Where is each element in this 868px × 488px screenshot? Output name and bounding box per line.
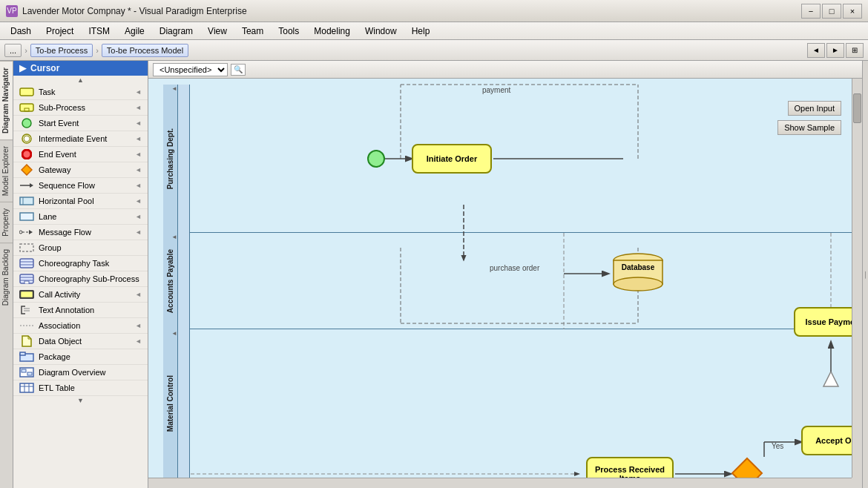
svg-point-13 <box>19 231 22 234</box>
menu-itsm[interactable]: ITSM <box>81 24 117 38</box>
process-received-items-label: Process Received Items <box>591 465 669 478</box>
left-sidebar: Diagram Navigator Model Explorer Propert… <box>0 61 148 488</box>
nav-forward-button[interactable]: ► <box>826 43 844 58</box>
sidebar-scroll-up[interactable]: ▲ <box>13 76 148 85</box>
initiate-order-task[interactable]: Initiate Order <box>412 144 492 174</box>
scroll-thumb-vertical[interactable] <box>853 93 861 123</box>
palette-package[interactable]: Package <box>13 349 148 365</box>
palette-choreography-task[interactable]: Choreography Task <box>13 256 148 271</box>
lane-material-label: Material Control <box>166 375 174 432</box>
palette-data-object[interactable]: Data Object ◄ <box>13 334 148 349</box>
palette-start-label: Start Event <box>39 119 79 128</box>
palette-text-annotation[interactable]: Text Annotation <box>13 303 148 318</box>
palette-sequence-label: Sequence Flow <box>39 181 95 190</box>
search-button[interactable]: 🔍 <box>231 64 246 76</box>
data-object-icon <box>19 336 34 346</box>
group-icon <box>19 243 34 253</box>
palette-gateway-label: Gateway <box>39 165 70 174</box>
palette-call-activity[interactable]: Call Activity ◄ <box>13 287 148 303</box>
accept-order-label: Accept Order <box>815 436 852 445</box>
menu-window[interactable]: Window <box>358 24 404 38</box>
palette-text-annotation-label: Text Annotation <box>39 306 94 314</box>
palette-overview-label: Diagram Overview <box>39 368 105 377</box>
show-sample-button[interactable]: Show Sample <box>777 120 841 135</box>
vtab-property[interactable]: Property <box>0 202 13 243</box>
purchasing-collapse[interactable]: ◄ <box>171 85 178 92</box>
scrollbar-vertical[interactable] <box>852 79 862 478</box>
breadcrumb-tobe-process[interactable]: To-be Process <box>30 44 93 57</box>
palette-data-obj-label: Data Object <box>39 337 82 346</box>
breadcrumb-bar: ... › To-be Process › To-be Process Mode… <box>0 40 868 61</box>
palette-association[interactable]: Association ◄ <box>13 318 148 334</box>
diagram-area: <Unspecified> 🔍 <box>148 61 862 488</box>
vertical-tabs: Diagram Navigator Model Explorer Propert… <box>0 61 13 488</box>
process-received-items-task[interactable]: Process Received Items <box>586 457 674 478</box>
menu-diagram[interactable]: Diagram <box>152 24 200 38</box>
menu-project[interactable]: Project <box>39 24 81 38</box>
menu-bar: Dash Project ITSM Agile Diagram View Tea… <box>0 22 868 40</box>
menu-modeling[interactable]: Modeling <box>306 24 358 38</box>
palette-sequence-flow[interactable]: Sequence Flow ◄ <box>13 178 148 194</box>
menu-agile[interactable]: Agile <box>117 24 152 38</box>
svg-rect-16 <box>20 244 33 251</box>
palette-start-event[interactable]: Start Event ◄ <box>13 116 148 131</box>
palette-lane[interactable]: Lane ◄ <box>13 209 148 225</box>
breadcrumb-tobe-process-model[interactable]: To-be Process Model <box>102 44 188 57</box>
vtab-diagram-navigator[interactable]: Diagram Navigator <box>0 61 13 139</box>
accounts-collapse[interactable]: ◄ <box>171 233 178 240</box>
vtab-diagram-backlog[interactable]: Diagram Backlog <box>0 243 13 311</box>
sidebar-scroll-down[interactable]: ▼ <box>13 396 148 405</box>
material-collapse[interactable]: ◄ <box>171 329 178 337</box>
association-icon <box>19 320 34 331</box>
palette-etl-table-label: ETL Table <box>39 383 75 392</box>
palette-horizontal-pool[interactable]: Horizontal Pool ◄ <box>13 194 148 209</box>
title-bar-text: Lavender Motor Compnay * - Visual Paradi… <box>22 6 801 16</box>
cursor-item[interactable]: ▶ Cursor <box>13 61 148 76</box>
palette-choreography-subprocess[interactable]: Choreography Sub-Process <box>13 271 148 287</box>
menu-tools[interactable]: Tools <box>271 24 306 38</box>
issue-payment-task[interactable]: Issue Payment <box>794 307 852 337</box>
palette-group[interactable]: Group <box>13 240 148 256</box>
nav-back-button[interactable]: ◄ <box>807 43 825 58</box>
etl-table-icon <box>19 383 34 393</box>
breadcrumb-back-button[interactable]: ... <box>4 44 22 57</box>
package-icon <box>19 352 34 362</box>
palette-diagram-overview[interactable]: Diagram Overview <box>13 365 148 380</box>
svg-rect-23 <box>24 281 29 284</box>
palette-task[interactable]: Task ◄ <box>13 85 148 100</box>
database-element: Database <box>612 253 664 294</box>
palette-intermediate-label: Intermediate Event <box>39 134 107 143</box>
menu-view[interactable]: View <box>200 24 234 38</box>
canvas[interactable]: Purchasing Dept. ◄ Accounts Payabl <box>148 79 852 478</box>
issue-payment-label: Issue Payment <box>805 317 852 326</box>
scrollbar-horizontal[interactable] <box>148 478 852 488</box>
initiate-order-label: Initiate Order <box>427 154 477 163</box>
palette-end-event[interactable]: End Event ◄ <box>13 147 148 162</box>
diagram-select[interactable]: <Unspecified> <box>153 63 228 76</box>
close-button[interactable]: × <box>843 4 862 19</box>
menu-team[interactable]: Team <box>234 24 271 38</box>
menu-dash[interactable]: Dash <box>3 24 39 38</box>
palette-gateway[interactable]: Gateway ◄ <box>13 162 148 178</box>
choreography-task-icon <box>19 258 34 268</box>
svg-point-6 <box>22 150 31 159</box>
palette-subprocess[interactable]: Sub-Process ◄ <box>13 100 148 116</box>
maximize-button[interactable]: □ <box>822 4 841 19</box>
palette-pool-label: Horizontal Pool <box>39 197 94 205</box>
vtab-model-explorer[interactable]: Model Explorer <box>0 139 13 202</box>
main-layout: Diagram Navigator Model Explorer Propert… <box>0 61 868 488</box>
palette-etl-table[interactable]: ETL Table <box>13 380 148 396</box>
diagram-overview-icon <box>19 367 34 377</box>
right-collapse-handle[interactable]: │ <box>862 61 868 488</box>
nav-grid-button[interactable]: ⊞ <box>846 43 864 58</box>
palette-intermediate-event[interactable]: Intermediate Event ◄ <box>13 131 148 147</box>
open-input-button[interactable]: Open Input <box>788 101 841 116</box>
menu-help[interactable]: Help <box>404 24 438 38</box>
lane-accounts-label: Accounts Payable <box>166 249 174 313</box>
palette-lane-label: Lane <box>39 212 56 221</box>
call-activity-icon <box>19 289 34 300</box>
accept-order-task[interactable]: Accept Order <box>801 426 852 455</box>
canvas-wrapper[interactable]: Purchasing Dept. ◄ Accounts Payabl <box>148 79 862 488</box>
palette-message-flow[interactable]: Message Flow ◄ <box>13 225 148 240</box>
minimize-button[interactable]: − <box>801 4 821 19</box>
